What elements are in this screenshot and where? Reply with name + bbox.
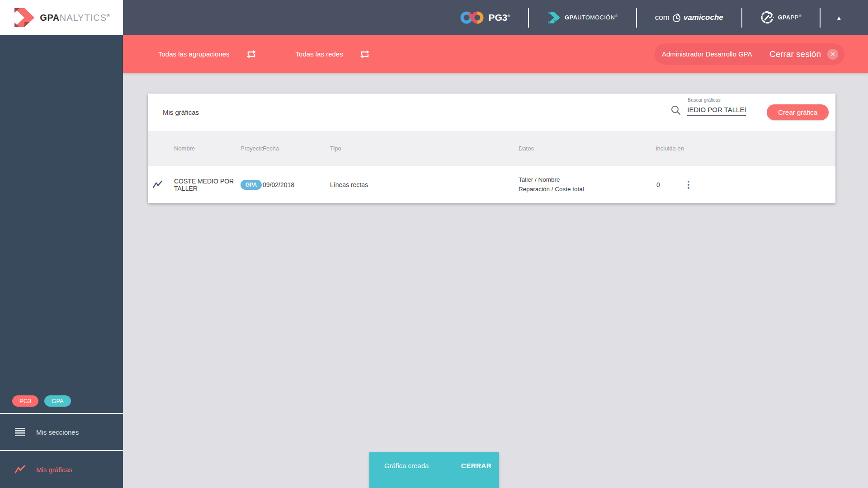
cell-incluida-en: 0 bbox=[656, 181, 684, 188]
divider bbox=[528, 8, 529, 28]
gpanalytics-arrow-icon bbox=[13, 7, 35, 28]
badge-gpa[interactable]: GPA bbox=[44, 395, 71, 407]
divider bbox=[636, 8, 637, 28]
cell-fecha: 09/02/2018 bbox=[263, 181, 330, 188]
user-session-pill: Administrador Desarrollo GPA Cerrar sesi… bbox=[655, 43, 844, 65]
project-badge: GPA bbox=[241, 180, 262, 190]
cell-datos: Taller / Nombre Reparación / Coste total bbox=[519, 175, 656, 194]
divider bbox=[741, 8, 742, 28]
clock-icon bbox=[672, 13, 681, 23]
search-area: Buscar gráficas bbox=[670, 105, 746, 120]
create-chart-button[interactable]: Crear gráfica bbox=[767, 104, 829, 120]
badge-pg3[interactable]: PG3 bbox=[12, 395, 38, 407]
app-root: GPANALYTICS® PG3® bbox=[0, 0, 868, 488]
sidebar-item-label: Mis secciones bbox=[36, 428, 79, 436]
table-header: Nombre Proyecto Fecha Tipo Datos Incluid… bbox=[148, 131, 835, 166]
swap-icon[interactable] bbox=[246, 49, 257, 60]
app-pg3[interactable]: PG3® bbox=[460, 10, 510, 25]
app-gpautomocion[interactable]: GPAUTOMOCIÓN® bbox=[547, 11, 618, 24]
project-badges: PG3 GPA bbox=[0, 395, 123, 413]
logout-button[interactable]: Cerrar sesión bbox=[769, 49, 821, 59]
pg3-infinity-icon bbox=[460, 10, 484, 25]
row-menu-kebab-icon[interactable] bbox=[684, 181, 693, 189]
gpautomocion-arrow-icon bbox=[547, 11, 561, 24]
column-header-incluida-en: Incluida en bbox=[656, 145, 684, 152]
column-header-fecha: Fecha bbox=[263, 145, 330, 152]
search-input[interactable] bbox=[687, 105, 746, 116]
snackbar-message: Gráfica creada bbox=[384, 462, 429, 469]
table-row[interactable]: COSTE MEDIO POR TALLER GPA 09/02/2018 Lí… bbox=[148, 166, 835, 203]
sidebar-item-mis-graficas[interactable]: Mis gráficas bbox=[0, 450, 123, 488]
filter-agrupaciones[interactable]: Todas las agrupaciones bbox=[158, 49, 257, 60]
top-header-bar: GPANALYTICS® PG3® bbox=[0, 0, 868, 35]
search-icon bbox=[670, 105, 681, 116]
card-header: Mis gráficas Buscar gráficas Crear gráfi… bbox=[148, 94, 835, 131]
search-floating-label: Buscar gráficas bbox=[688, 97, 720, 103]
column-header-nombre: Nombre bbox=[170, 145, 241, 152]
logout-close-icon[interactable]: ✕ bbox=[827, 49, 838, 60]
filter-label: Todas las agrupaciones bbox=[158, 50, 230, 58]
sidebar: PG3 GPA Mis secciones bbox=[0, 35, 123, 488]
cell-proyecto: GPA bbox=[241, 180, 263, 190]
logged-user-name[interactable]: Administrador Desarrollo GPA bbox=[662, 50, 769, 58]
column-header-datos: Datos bbox=[519, 145, 656, 152]
gpanalytics-logo[interactable]: GPANALYTICS® bbox=[0, 0, 123, 35]
app-compravamicoche[interactable]: com vamicoche bbox=[655, 13, 723, 23]
collapse-header-button[interactable]: ▲ bbox=[836, 14, 842, 21]
divider bbox=[820, 8, 821, 28]
column-header-tipo: Tipo bbox=[330, 145, 519, 152]
app-gpapp[interactable]: GPAPP® bbox=[760, 11, 802, 24]
app-switcher: PG3® GPAUTOMOCIÓN® com bbox=[442, 0, 868, 35]
cell-tipo: Líneas rectas bbox=[330, 181, 519, 188]
filters-toolbar: Todas las agrupaciones Todas las redes bbox=[123, 35, 868, 73]
snackbar: Gráfica creada CERRAR bbox=[369, 452, 499, 488]
sidebar-item-label: Mis gráficas bbox=[36, 466, 72, 474]
page-title: Mis gráficas bbox=[163, 108, 199, 116]
filter-label: Todas las redes bbox=[296, 50, 343, 58]
line-chart-icon bbox=[15, 465, 25, 474]
gpapp-wrench-icon bbox=[760, 11, 774, 24]
mis-graficas-card: Mis gráficas Buscar gráficas Crear gráfi… bbox=[148, 94, 835, 203]
cell-nombre: COSTE MEDIO POR TALLER bbox=[170, 178, 241, 192]
menu-icon bbox=[15, 428, 25, 436]
filter-redes[interactable]: Todas las redes bbox=[296, 49, 370, 60]
column-header-proyecto: Proyecto bbox=[241, 145, 263, 152]
line-chart-icon bbox=[148, 180, 170, 189]
gpanalytics-wordmark: GPANALYTICS® bbox=[40, 13, 110, 23]
sidebar-item-mis-secciones[interactable]: Mis secciones bbox=[0, 413, 123, 450]
snackbar-close-button[interactable]: CERRAR bbox=[461, 462, 491, 469]
swap-icon[interactable] bbox=[359, 49, 370, 60]
